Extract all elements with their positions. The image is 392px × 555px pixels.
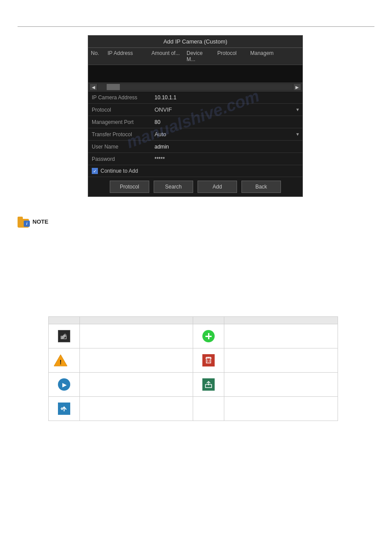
up-arrow-svg (61, 405, 68, 412)
header-icon2 (193, 317, 224, 324)
svg-text:!: ! (60, 359, 62, 366)
protocol-label: Protocol (88, 105, 152, 115)
blue-up-icon-desc (79, 397, 193, 421)
password-row: Password ***** (88, 153, 302, 165)
green-plus-icon-cell (193, 324, 224, 348)
transfer-protocol-label: Transfer Protocol (88, 130, 152, 139)
export-icon-cell (193, 373, 224, 397)
ip-camera-address-label: IP Camera Address (88, 93, 152, 102)
protocol-button[interactable]: Protocol (110, 181, 149, 193)
blue-play-icon: ▶ (58, 378, 70, 391)
table-body (88, 65, 302, 83)
blue-play-icon-desc (79, 373, 193, 397)
ip-camera-address-row: IP Camera Address 10.10.1.1 (88, 91, 302, 104)
delete-svg (205, 357, 212, 364)
add-button[interactable]: Add (198, 181, 237, 193)
continue-to-add-label: Continue to Add (101, 168, 138, 174)
blue-up-icon-cell (49, 397, 80, 421)
scroll-thumb[interactable] (107, 84, 120, 90)
header-icon1 (49, 317, 80, 324)
dialog-title: Add IP Camera (Custom) (88, 36, 302, 48)
note-label: NOTE (32, 218, 48, 225)
transfer-protocol-value: Auto (155, 131, 166, 138)
export-icon (202, 378, 215, 391)
col-protocol: Protocol (215, 48, 248, 65)
protocol-row: Protocol ONVIF ▼ (88, 104, 302, 116)
note-folder-icon: i (18, 215, 30, 228)
edit-svg (61, 333, 68, 340)
edit-icon-desc (79, 324, 193, 348)
header-desc2 (224, 317, 338, 324)
col-amount: Amount of... (149, 48, 184, 65)
header-desc1 (79, 317, 193, 324)
checkbox-check-mark: ✓ (93, 169, 97, 174)
export-svg (205, 381, 212, 388)
table-row: ▶ (49, 373, 338, 397)
user-name-label: User Name (88, 142, 152, 152)
green-plus-icon-desc (224, 324, 338, 348)
warning-icon-cell: ! (49, 348, 80, 373)
play-triangle: ▶ (62, 381, 67, 388)
empty-icon-cell (193, 397, 224, 421)
transfer-protocol-row: Transfer Protocol Auto ▼ (88, 128, 302, 141)
user-name-row: User Name admin (88, 141, 302, 153)
edit-icon (58, 330, 70, 342)
col-no: No. (88, 48, 105, 65)
scroll-right-button[interactable]: ▶ (294, 84, 301, 90)
transfer-protocol-dropdown-arrow: ▼ (295, 132, 300, 137)
icon-reference-table: ! ▶ (48, 316, 338, 421)
password-label: Password (88, 154, 152, 164)
note-i-letter: i (26, 221, 28, 226)
table-header: No. IP Address Amount of... Device M... … (88, 48, 302, 65)
edit-icon-cell (49, 324, 80, 348)
top-divider (18, 26, 374, 27)
back-button[interactable]: Back (241, 181, 281, 193)
management-port-label: Management Port (88, 117, 152, 127)
blue-up-icon (58, 403, 70, 415)
add-ip-camera-dialog: Add IP Camera (Custom) No. IP Address Am… (88, 35, 303, 197)
scroll-left-button[interactable]: ◀ (90, 84, 97, 90)
red-delete-icon (202, 354, 215, 366)
note-section: i NOTE (18, 215, 48, 228)
col-device: Device M... (184, 48, 215, 65)
warning-icon: ! (53, 354, 68, 367)
table-header-row (49, 317, 338, 324)
col-ip: IP Address (105, 48, 149, 65)
protocol-dropdown-arrow: ▼ (295, 107, 300, 112)
empty-icon-desc (224, 397, 338, 421)
green-plus-icon (202, 330, 215, 342)
blue-play-icon-cell: ▶ (49, 373, 80, 397)
export-icon-desc (224, 373, 338, 397)
continue-to-add-row[interactable]: ✓ Continue to Add (88, 165, 302, 177)
red-delete-icon-cell (193, 348, 224, 373)
ip-camera-address-value[interactable]: 10.10.1.1 (152, 93, 302, 102)
protocol-value: ONVIF (155, 106, 172, 113)
warning-icon-desc (79, 348, 193, 373)
continue-to-add-checkbox[interactable]: ✓ (92, 168, 98, 174)
password-value[interactable]: ***** (152, 154, 302, 164)
protocol-dropdown[interactable]: ONVIF ▼ (152, 105, 302, 115)
red-delete-icon-desc (224, 348, 338, 373)
horizontal-scrollbar[interactable]: ◀ ▶ (88, 83, 302, 91)
table-row (49, 397, 338, 421)
scroll-track[interactable] (98, 84, 293, 90)
table-row (49, 324, 338, 348)
management-port-row: Management Port 80 (88, 116, 302, 128)
col-management: Managem (248, 48, 283, 65)
user-name-value[interactable]: admin (152, 142, 302, 152)
transfer-protocol-dropdown[interactable]: Auto ▼ (152, 129, 302, 139)
table-row: ! (49, 348, 338, 373)
search-button[interactable]: Search (154, 181, 193, 193)
management-port-value[interactable]: 80 (152, 117, 302, 127)
dialog-button-bar: Protocol Search Add Back (88, 177, 302, 196)
warning-icon-wrapper: ! (53, 353, 68, 368)
